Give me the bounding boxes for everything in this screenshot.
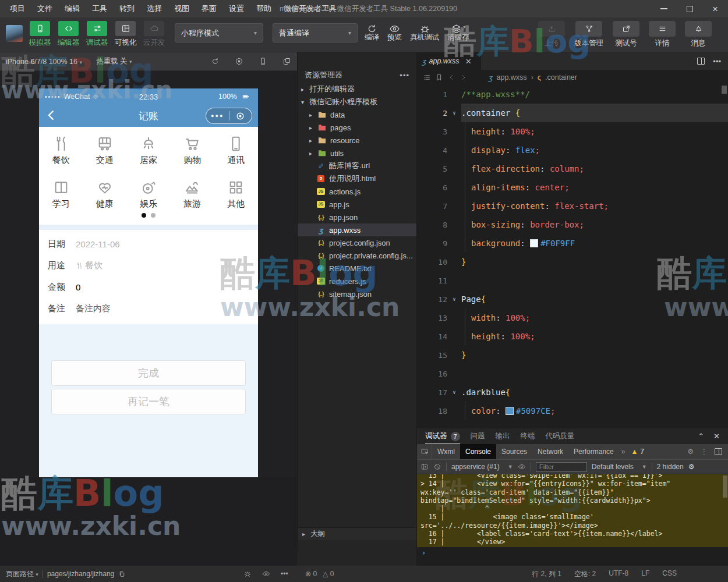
more-actions-icon[interactable]: •••	[400, 71, 409, 80]
filter-input[interactable]	[536, 462, 587, 472]
category-居家[interactable]: 居家	[126, 135, 170, 166]
tree-item-使用说明.html[interactable]: 5使用说明.html	[298, 172, 416, 185]
toolbar-调试器-button[interactable]: 调试器	[83, 21, 111, 48]
color-swatch[interactable]	[506, 407, 514, 415]
color-swatch[interactable]	[530, 239, 538, 247]
tree-item-sitemap.json[interactable]: {..}sitemap.json	[298, 288, 416, 300]
breadcrumb-file[interactable]: app.wxss	[497, 73, 527, 81]
tree-item-resource[interactable]: ▸ resource	[298, 134, 416, 147]
minimize-button[interactable]	[651, 0, 677, 17]
toolbar-版本管理-button[interactable]: 版本管理	[574, 21, 603, 48]
outline-section[interactable]: ▸大纲	[298, 527, 417, 540]
code-line-7[interactable]: 7 justify-content: flex-start;	[417, 197, 728, 215]
menu-7[interactable]: 界面	[199, 2, 220, 15]
code-line-8[interactable]: 8 box-sizing: border-box;	[417, 215, 728, 234]
tree-item-app.json[interactable]: {..}app.json	[298, 211, 416, 223]
nav-back-icon[interactable]	[447, 73, 455, 81]
status-item-3[interactable]: LF	[641, 569, 649, 579]
console-scrollbar[interactable]	[723, 475, 727, 498]
category-餐饮[interactable]: 餐饮	[39, 135, 83, 166]
close-panel-icon[interactable]: ✕	[713, 432, 720, 441]
page-path-value[interactable]: pages/jizhang/jizhang	[47, 570, 114, 578]
category-娱乐[interactable]: 娱乐	[126, 179, 170, 210]
code-line-10[interactable]: 10 }	[417, 253, 728, 271]
close-tab-icon[interactable]: ✕	[465, 57, 472, 66]
code-line-18[interactable]: 18 color: #5097CE;	[417, 402, 728, 420]
more-tabs-icon[interactable]: »	[619, 448, 628, 456]
code-content[interactable]: 1 /**app.wxss**/ 2 ∨ .container { 3 heig…	[417, 85, 728, 420]
status-item-4[interactable]: CSS	[662, 569, 677, 579]
fold-icon[interactable]: ∨	[447, 296, 461, 302]
menu-9[interactable]: 帮助	[253, 2, 274, 15]
console-output[interactable]: 13 | <view class='swipe-item' wx:if='{{i…	[417, 474, 728, 547]
panel-tab-代码质量[interactable]: 代码质量	[546, 431, 575, 441]
copy-icon[interactable]	[118, 570, 126, 578]
breadcrumb-symbol[interactable]: .container	[545, 73, 577, 81]
back-icon[interactable]	[45, 109, 59, 123]
log-levels-dropdown[interactable]: Default levels ▼	[592, 463, 647, 471]
code-line-4[interactable]: 4 display: flex;	[417, 141, 728, 159]
form-row-用途[interactable]: 用途 餐饮	[39, 255, 258, 276]
toolbar-清缓存-button[interactable]: ▾ 清缓存	[447, 22, 469, 42]
kebab-menu-icon[interactable]: ⋮	[701, 448, 708, 456]
warning-counter[interactable]: ▲ 7	[627, 448, 648, 456]
device-selector[interactable]: iPhone 6/7/8 100% 16 ▾	[6, 58, 82, 66]
tree-item-reducers.js[interactable]: JSreducers.js	[298, 275, 416, 288]
code-line-12[interactable]: 12 ∨ Page{	[417, 290, 728, 308]
tree-item-project.private.config.js...[interactable]: {..}project.private.config.js...	[298, 249, 416, 262]
status-item-0[interactable]: 行 2, 列 1	[532, 569, 561, 579]
tree-item-README.txt[interactable]: iREADME.txt	[298, 262, 416, 275]
menu-6[interactable]: 视图	[171, 2, 192, 15]
toolbar-模拟器-button[interactable]: 模拟器	[26, 21, 54, 48]
toolbar-编译-button[interactable]: 编译	[365, 22, 379, 42]
gear-icon[interactable]: ⚙	[687, 448, 694, 456]
status-item-2[interactable]: UTF-8	[609, 569, 628, 579]
category-旅游[interactable]: 旅游	[171, 179, 214, 210]
tree-item-app.wxss[interactable]: ʒapp.wxss	[298, 223, 416, 236]
maximize-button[interactable]	[677, 0, 702, 17]
toolbar-测试号-button[interactable]: 测试号	[613, 21, 639, 48]
eye-icon[interactable]	[518, 463, 526, 471]
devtools-tab-Performance[interactable]: Performance	[568, 444, 619, 459]
tree-item-酷库博客.url[interactable]: 酷库博客.url	[298, 159, 416, 172]
code-line-3[interactable]: 3 height: 100%;	[417, 122, 728, 141]
close-button[interactable]: ×	[702, 0, 728, 17]
status-item-1[interactable]: 空格: 2	[574, 569, 596, 579]
code-line-1[interactable]: 1 /**app.wxss**/	[417, 85, 728, 104]
tree-item-actions.js[interactable]: JSactions.js	[298, 185, 416, 198]
category-通讯[interactable]: 通讯	[214, 135, 258, 166]
multi-window-icon[interactable]	[282, 57, 291, 66]
tree-item-data[interactable]: ▸ data	[298, 108, 416, 121]
category-其他[interactable]: 其他	[214, 179, 258, 210]
code-line-17[interactable]: 17 ∨ .darkblue{	[417, 383, 728, 402]
menu-8[interactable]: 设置	[226, 2, 247, 15]
bookmark-icon[interactable]	[435, 73, 443, 81]
devtools-tab-Console[interactable]: Console	[460, 444, 496, 459]
tab-app-wxss[interactable]: ʒ app.wxss ✕	[417, 52, 481, 70]
exit-target-icon[interactable]	[229, 111, 252, 121]
preview-eye-icon[interactable]	[262, 570, 270, 578]
split-editor-icon[interactable]	[697, 58, 705, 65]
code-line-15[interactable]: 15 }	[417, 346, 728, 364]
menu-0[interactable]: 项目	[7, 2, 28, 15]
toolbar-云开发-button[interactable]: 云开发	[140, 21, 168, 48]
collapse-panel-icon[interactable]: ⌃	[698, 432, 704, 441]
fold-icon[interactable]: ∨	[447, 110, 461, 116]
done-button[interactable]: 完成	[51, 360, 246, 386]
error-counter[interactable]: ⊗ 0	[305, 570, 317, 578]
devtools-tab-Wxml[interactable]: Wxml	[432, 444, 460, 459]
category-交通[interactable]: 交通	[83, 135, 126, 166]
tree-item-utils[interactable]: ▸ utils	[298, 147, 416, 159]
form-row-备注[interactable]: 备注 备注内容	[39, 298, 258, 320]
editor-more-icon[interactable]: •••	[713, 57, 721, 66]
add-another-button[interactable]: 再记一笔	[51, 389, 246, 414]
sidebar-toggle-icon[interactable]	[420, 463, 429, 471]
tree-item-app.js[interactable]: JSapp.js	[298, 198, 416, 211]
category-学习[interactable]: 学习	[39, 179, 83, 210]
code-line-9[interactable]: 9 background: #F0F9FF	[417, 234, 728, 253]
toolbar-真机调试-button[interactable]: 真机调试	[410, 22, 439, 42]
devtools-tab-Sources[interactable]: Sources	[496, 444, 532, 459]
refresh-icon[interactable]	[211, 57, 220, 66]
code-line-14[interactable]: 14 height: 100%;	[417, 327, 728, 346]
panel-tab-输出[interactable]: 输出	[496, 431, 510, 441]
